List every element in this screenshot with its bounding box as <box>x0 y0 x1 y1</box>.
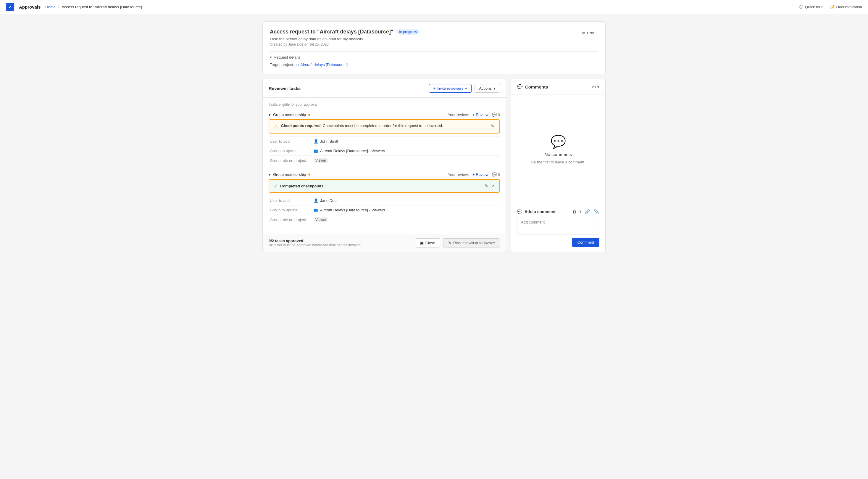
reviewer-tasks-card: Reviewer tasks + Invite reviewers ▾ Acti… <box>262 79 506 252</box>
comments-card: 💬 Comments All ▾ 💬 No comments Be the fi… <box>511 79 606 252</box>
actions-button[interactable]: Actions ▾ <box>474 84 500 93</box>
role-value-2: Viewer <box>314 217 328 222</box>
chevron-down-icon: ▾ <box>597 85 599 89</box>
documentation-link[interactable]: 📝 Documentation <box>830 5 862 9</box>
empty-sub: Be the first to leave a comment. <box>531 160 586 164</box>
comments-header: 💬 Comments All ▾ <box>511 79 605 94</box>
comment-input[interactable] <box>517 217 599 235</box>
info-row-group-2: Group to update 👥 Aircraft Delays [Datas… <box>269 205 500 215</box>
app-logo: ✓ <box>6 3 14 11</box>
comment-submit-row: Comment <box>517 238 599 247</box>
target-link[interactable]: ◻ Aircraft delays [Datasource] <box>296 62 348 67</box>
success-actions: ✎ ↗ <box>485 183 495 188</box>
comment-count-2: 💬 0 <box>492 172 500 177</box>
task-group-2-right: Your review: + Review 💬 0 <box>448 172 500 177</box>
comments-icon: 💬 <box>517 84 523 89</box>
comment-icon: 💬 <box>492 172 497 177</box>
review-link-1[interactable]: + Review <box>472 113 489 117</box>
checkpoint-warning-left: ⚠ Checkpoints required: Checkpoints must… <box>274 123 443 129</box>
empty-comments-icon: 💬 <box>551 134 566 149</box>
attach-button[interactable]: 📎 <box>594 209 599 214</box>
page-title: Access request to "Aircraft delays [Data… <box>270 29 420 35</box>
datasource-icon: ◻ <box>296 62 299 67</box>
checkpoint-success-left: ✓ Completed checkpoints <box>274 183 324 188</box>
request-details: Request details Target project: ◻ Aircra… <box>270 51 598 67</box>
group-value-1: 👥 Aircraft Delays [Datasource] - Viewers <box>314 149 385 153</box>
footer-buttons: ▣ Close ↻ Request will auto-invoke <box>415 238 500 247</box>
pencil-icon: ✏ <box>582 31 586 35</box>
edit-button[interactable]: ✏ Edit <box>578 29 598 37</box>
chevron-down-icon[interactable] <box>269 172 271 177</box>
user-icon: 👤 <box>314 139 318 144</box>
comment-count-1: 💬 0 <box>492 113 500 117</box>
header-card: Access request to "Aircraft delays [Data… <box>262 21 606 74</box>
italic-button[interactable]: I <box>580 209 581 214</box>
comments-title: 💬 Comments <box>517 84 548 89</box>
bold-button[interactable]: B <box>573 209 576 214</box>
link-button[interactable]: 🔗 <box>585 209 590 214</box>
comment-toolbar: 💬 Add a comment B I 🔗 📎 <box>517 209 599 214</box>
two-col-layout: Reviewer tasks + Invite reviewers ▾ Acti… <box>262 79 606 252</box>
breadcrumb-home[interactable]: Home <box>45 5 56 9</box>
check-icon: ✓ <box>274 183 278 188</box>
checkpoint-external-link-button[interactable]: ↗ <box>491 183 495 188</box>
role-value-1: Viewer <box>314 158 328 163</box>
doc-icon: 📝 <box>830 5 835 9</box>
comment-input-area: 💬 Add a comment B I 🔗 📎 Comment <box>511 204 605 252</box>
breadcrumb-separator: › <box>58 5 59 9</box>
close-icon: ▣ <box>420 241 424 245</box>
checkpoint-warning-box: ⚠ Checkpoints required: Checkpoints must… <box>269 119 500 133</box>
status-badge: In progress <box>396 29 420 35</box>
footer-text: 0/2 tasks approved. All tasks must be ap… <box>269 239 362 247</box>
task-group-1: Group membership Your review: + Review 💬 <box>269 110 500 165</box>
user-value-1: 👤 John Smith <box>314 139 339 144</box>
auto-invoke-button[interactable]: ↻ Request will auto-invoke <box>443 238 500 247</box>
task-group-1-right: Your review: + Review 💬 0 <box>448 113 500 117</box>
user-value-2: 👤 Jane Doe <box>314 198 337 203</box>
task-dot <box>308 114 310 116</box>
app-title: Approvals <box>19 4 40 9</box>
main-content: Access request to "Aircraft delays [Data… <box>245 14 623 259</box>
comments-filter[interactable]: All ▾ <box>592 85 599 89</box>
target-row: Target project: ◻ Aircraft delays [Datas… <box>270 62 598 67</box>
side-column: 💬 Comments All ▾ 💬 No comments Be the fi… <box>511 79 606 252</box>
checkpoint-success-box: ✓ Completed checkpoints ✎ ↗ <box>269 179 500 193</box>
comments-empty-state: 💬 No comments Be the first to leave a co… <box>511 94 605 204</box>
checkpoint-success-edit-button[interactable]: ✎ <box>485 183 489 188</box>
checkpoint-edit-button[interactable]: ✎ <box>491 123 495 129</box>
invite-reviewers-button[interactable]: + Invite reviewers ▾ <box>429 84 472 93</box>
user-icon: 👤 <box>314 198 318 203</box>
chevron-down-icon: ▾ <box>465 86 467 91</box>
comment-bubble-icon: 💬 <box>517 209 522 214</box>
tasks-body: Tasks eligible for your approval Group m… <box>263 98 506 234</box>
comment-format-tools: B I 🔗 📎 <box>573 209 599 214</box>
collapse-row[interactable]: Request details <box>270 55 598 60</box>
review-link-2[interactable]: + Review <box>472 172 489 177</box>
close-button[interactable]: ▣ Close <box>415 238 440 247</box>
header-row: Access request to "Aircraft delays [Data… <box>270 29 598 47</box>
task-group-2-left: Group membership <box>269 172 310 177</box>
footer-sub: All tasks must be approved before the ta… <box>269 243 362 247</box>
empty-title: No comments <box>545 152 572 157</box>
chevron-down-icon <box>270 55 272 60</box>
comment-submit-button[interactable]: Comment <box>572 238 599 247</box>
warning-icon: ⚠ <box>274 124 278 129</box>
chevron-down-icon: ▾ <box>493 86 496 91</box>
breadcrumb: Home › Access request to "Aircraft delay… <box>45 5 143 9</box>
task-group-2-header: Group membership Your review: + Review 💬 <box>269 170 500 179</box>
warn-text: Checkpoints required: Checkpoints must b… <box>281 123 443 128</box>
group-icon: 👥 <box>314 149 318 153</box>
task-dot <box>308 174 310 176</box>
tasks-actions: + Invite reviewers ▾ Actions ▾ <box>429 84 500 93</box>
chevron-down-icon[interactable] <box>269 113 271 117</box>
info-row-group-1: Group to update 👥 Aircraft Delays [Datas… <box>269 146 500 155</box>
tasks-header: Reviewer tasks + Invite reviewers ▾ Acti… <box>263 79 506 98</box>
info-row-role-1: Group role on project Viewer <box>269 155 500 165</box>
group-value-2: 👥 Aircraft Delays [Datasource] - Viewers <box>314 208 385 212</box>
header-meta: Created by Jane Doe on Jul 25, 2023 <box>270 42 420 47</box>
top-nav: ✓ Approvals Home › Access request to "Ai… <box>0 0 868 14</box>
quick-tour-link[interactable]: ⓘ Quick tour <box>799 4 823 10</box>
info-row-role-2: Group role on project Viewer <box>269 215 500 224</box>
main-column: Reviewer tasks + Invite reviewers ▾ Acti… <box>262 79 506 252</box>
topnav-right: ⓘ Quick tour 📝 Documentation <box>799 4 862 10</box>
